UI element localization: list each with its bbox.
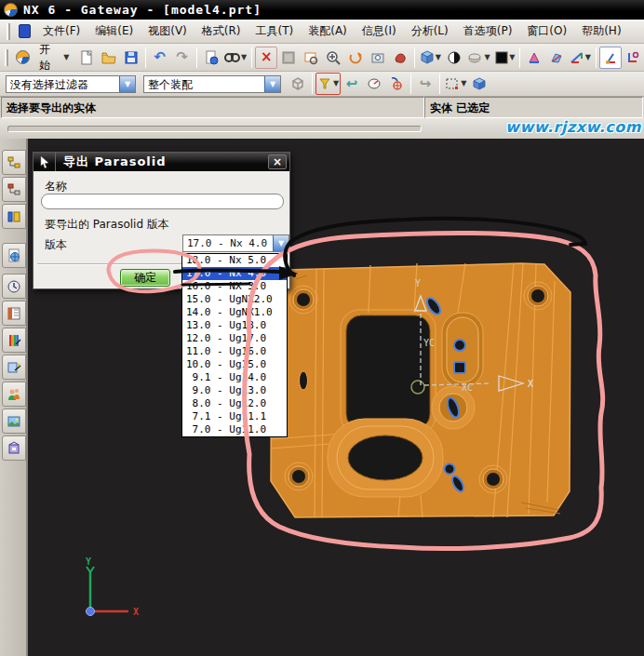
chevron-down-icon: ▼ — [585, 54, 591, 61]
menu-tools[interactable]: 工具(T) — [249, 20, 301, 42]
menu-view[interactable]: 视图(V) — [141, 20, 194, 42]
datum-sketch-icon[interactable] — [622, 47, 644, 69]
tab-materials-image[interactable] — [2, 408, 26, 434]
save-button[interactable] — [120, 47, 142, 69]
tab-part-navigator[interactable] — [2, 204, 26, 229]
dialog-titlebar[interactable]: 导出 Parasolid × — [34, 153, 289, 171]
menu-information[interactable]: 信息(I) — [356, 20, 403, 42]
menu-window[interactable]: 窗口(O) — [520, 20, 573, 42]
version-option[interactable]: 15.0 - UgNX2.0 — [182, 293, 287, 306]
assembly-ghost-icon — [287, 73, 309, 95]
menu-bar: 文件(F) 编辑(E) 视图(V) 格式(R) 工具(T) 装配(A) 信息(I… — [0, 20, 644, 44]
toolbar-grip[interactable] — [7, 23, 10, 40]
pan-icon[interactable] — [367, 47, 389, 69]
toolbar-grip[interactable] — [5, 49, 8, 66]
marquee-select-icon[interactable]: ▼ — [443, 73, 468, 95]
rotate-icon[interactable] — [344, 47, 367, 69]
fit-view-icon[interactable]: × — [255, 47, 277, 69]
wcs-xc-label: XC — [462, 382, 473, 393]
new-part-button[interactable] — [75, 47, 98, 69]
shaded-component-icon[interactable]: ▼ — [465, 47, 492, 69]
version-combo-value: 17.0 - Nx 4.0 — [183, 235, 273, 251]
cursor-arrow-icon — [34, 153, 56, 171]
status-text: 实体 已选定 — [424, 97, 643, 118]
find-component-icon[interactable]: ▼ — [222, 47, 249, 69]
selection-scope-combo[interactable]: 整个装配 ▼ — [143, 75, 281, 93]
selection-scope-value: 整个装配 — [144, 76, 264, 92]
section-label: 要导出的 Parasolid 版本 — [45, 217, 169, 233]
menu-assemblies[interactable]: 装配(A) — [302, 20, 354, 42]
version-option[interactable]: 8.0 - Ug12.0 — [182, 397, 287, 410]
version-option-selected[interactable]: 17.0 - Nx 4.0 — [182, 267, 287, 280]
type-filter-combo[interactable]: 没有选择过滤器 ▼ — [6, 75, 136, 93]
prompt-bar: 选择要导出的实体 实体 已选定 — [0, 97, 644, 118]
datum-plane-icon[interactable] — [545, 47, 568, 69]
point-filter-icon[interactable]: ▼ — [315, 73, 341, 95]
version-option[interactable]: 11.0 - Ug16.0 — [182, 345, 287, 358]
version-option[interactable]: 13.0 - Ug18.0 — [182, 319, 287, 332]
menu-preferences[interactable]: 首选项(P) — [457, 20, 519, 42]
version-option[interactable]: 9.0 - Ug13.0 — [182, 384, 287, 397]
window-titlebar: NX 6 - Gateway - [model4.prt] — [0, 0, 644, 20]
shaded-part-icon[interactable] — [389, 47, 411, 69]
chevron-down-icon: ▼ — [484, 54, 490, 61]
open-button[interactable] — [98, 47, 120, 69]
chevron-down-icon: ▼ — [461, 80, 466, 87]
tab-templates[interactable] — [2, 435, 26, 461]
ok-button[interactable]: 确定 — [120, 269, 170, 287]
chevron-down-icon[interactable]: ▼ — [273, 235, 288, 251]
version-option[interactable]: 7.1 - Ug11.1 — [182, 410, 287, 423]
chevron-down-icon[interactable]: ▼ — [264, 76, 280, 92]
version-option[interactable]: 18.0 - Nx 5.0 — [182, 254, 287, 267]
nx-logo-icon — [11, 47, 34, 69]
menu-file[interactable]: 文件(F) — [36, 20, 87, 42]
name-input[interactable] — [41, 194, 284, 209]
tab-roles[interactable] — [2, 328, 26, 353]
start-menu-button[interactable]: 开始▼ — [34, 47, 75, 69]
menu-help[interactable]: 帮助(H) — [575, 20, 627, 42]
update-display-icon[interactable] — [277, 47, 300, 69]
version-option[interactable]: 7.0 - Ug11.0 — [182, 423, 287, 436]
iso-view-icon[interactable]: ▼ — [418, 47, 443, 69]
tab-people[interactable] — [2, 382, 26, 407]
work-cube-icon[interactable] — [468, 73, 490, 95]
part-properties-icon[interactable] — [200, 47, 222, 69]
menu-edit[interactable]: 编辑(E) — [88, 20, 140, 42]
back-arrow-icon[interactable]: ↩ — [341, 73, 363, 95]
sketch-icon[interactable] — [599, 47, 622, 69]
version-dropdown-list: 18.0 - Nx 5.0 17.0 - Nx 4.0 16.0 - NX 3.… — [181, 253, 288, 437]
datum-axis-icon[interactable]: ▼ — [568, 47, 593, 69]
render-style-icon[interactable] — [443, 47, 465, 69]
undo-icon[interactable]: ↶ — [149, 47, 171, 69]
close-icon[interactable]: × — [268, 154, 287, 169]
dialog-title: 导出 Parasolid — [56, 154, 268, 170]
tab-internet-page[interactable] — [2, 243, 26, 268]
tab-constraint-navigator[interactable] — [2, 177, 26, 202]
gauge-icon[interactable] — [363, 73, 385, 95]
background-icon[interactable]: ▼ — [492, 47, 517, 69]
version-option[interactable]: 9.1 - Ug14.0 — [182, 371, 287, 384]
zoom-icon[interactable] — [322, 47, 344, 69]
tab-system-materials[interactable] — [2, 301, 26, 326]
prompt-text: 选择要导出的实体 — [1, 97, 424, 118]
watermark-text: www.rjzxw.com — [505, 118, 641, 136]
zoom-box-icon[interactable] — [300, 47, 322, 69]
version-option[interactable]: 10.0 - Ug15.0 — [182, 358, 287, 371]
version-option[interactable]: 16.0 - NX 3.0 — [182, 280, 287, 293]
wcs-x-label: X — [528, 379, 533, 389]
tab-assembly-navigator[interactable] — [2, 150, 26, 175]
tab-system-scenes[interactable] — [2, 355, 26, 380]
resource-bar — [0, 139, 28, 656]
tab-history[interactable] — [2, 274, 26, 299]
version-combo[interactable]: 17.0 - Nx 4.0 ▼ — [182, 234, 289, 252]
redo-icon[interactable]: ↷ — [171, 47, 194, 69]
version-option[interactable]: 12.0 - Ug17.0 — [182, 332, 287, 345]
model-plate — [271, 263, 570, 517]
menu-analysis[interactable]: 分析(L) — [405, 20, 455, 42]
snap-point-icon[interactable] — [385, 73, 408, 95]
version-option[interactable]: 14.0 - UgNX1.0 — [182, 306, 287, 319]
chevron-down-icon[interactable]: ▼ — [119, 76, 135, 92]
type-filter-value: 没有选择过滤器 — [7, 76, 119, 92]
menu-format[interactable]: 格式(R) — [195, 20, 248, 42]
datum-csys-icon[interactable] — [523, 47, 545, 69]
